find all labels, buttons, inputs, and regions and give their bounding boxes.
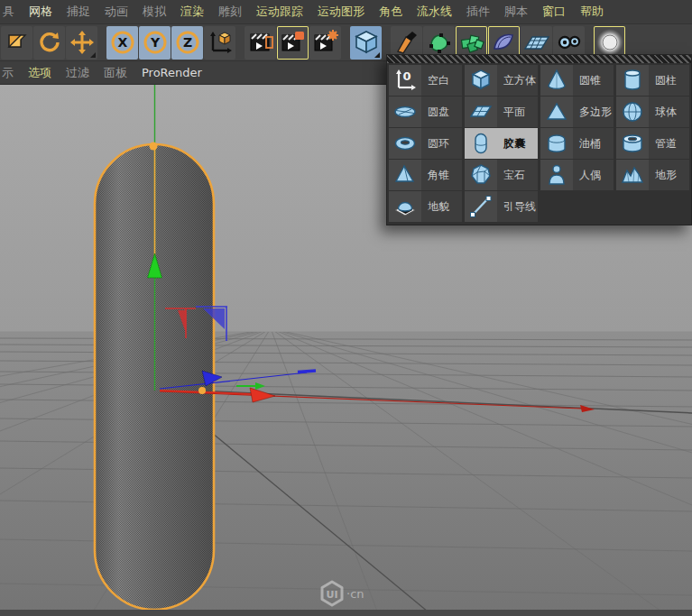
menu-item-9[interactable]: 运动图形: [317, 4, 376, 20]
primitive-item-10[interactable]: 胶囊: [465, 128, 538, 159]
primitive-item-5[interactable]: 圆盘: [389, 97, 462, 127]
menu-item-10[interactable]: 角色: [378, 4, 414, 20]
camera-rings-icon: [556, 29, 583, 56]
primitive-item-12[interactable]: 管道: [616, 128, 689, 159]
render-queue-icon: [313, 30, 338, 55]
primitive-item-18[interactable]: 引导线: [465, 191, 538, 222]
primitive-item-label: 空白: [421, 65, 462, 96]
main-menubar: 具网格捕捉动画模拟渲染雕刻运动跟踪运动图形角色流水线插件脚本窗口帮助: [0, 0, 692, 24]
gem-icon: [465, 160, 497, 190]
lock-y-button[interactable]: Y: [139, 26, 171, 60]
menu-item-14[interactable]: 窗口: [541, 4, 577, 20]
primitive-item-11[interactable]: 油桶: [540, 128, 614, 159]
primitive-item-1[interactable]: 0空白: [389, 65, 462, 96]
cube-icon: [465, 65, 497, 96]
render-view-icon: [248, 30, 273, 55]
plane-icon: [465, 97, 497, 127]
menu-item-7[interactable]: 雕刻: [217, 4, 254, 20]
pyramid-icon: [389, 160, 421, 190]
relief-icon: [389, 191, 421, 222]
menu-item-8[interactable]: 运动跟踪: [255, 4, 315, 20]
viewport-menu-item-3[interactable]: 过滤: [64, 65, 100, 81]
primitive-item-label: 油桶: [573, 128, 614, 159]
primitive-item-label: 地貌: [421, 191, 462, 222]
primitive-item-6[interactable]: 平面: [465, 97, 538, 127]
cone-icon: [540, 65, 573, 96]
primitive-item-label: 引导线: [497, 191, 538, 222]
pen-tool-icon: [394, 30, 420, 55]
capsule-top-handle[interactable]: [150, 143, 158, 151]
viewport-menu-item-1[interactable]: 示: [0, 65, 24, 81]
lock-z-icon: Z: [174, 29, 201, 56]
subdivision-surface-icon: [491, 29, 518, 56]
viewport-menu-item-5[interactable]: ProRender: [140, 66, 213, 79]
dropdown-tearoff-handle[interactable]: [387, 55, 691, 63]
render-view-button[interactable]: [245, 26, 276, 60]
coordinate-system-icon: [208, 30, 233, 55]
menu-item-6[interactable]: 渲染: [180, 4, 216, 20]
viewport-menu-item-4[interactable]: 面板: [102, 65, 138, 81]
cinema4d-window: 具网格捕捉动画模拟渲染雕刻运动跟踪运动图形角色流水线插件脚本窗口帮助 XYZ 示…: [0, 0, 692, 616]
polygon-icon: [540, 97, 573, 127]
menu-item-13[interactable]: 脚本: [503, 4, 540, 20]
menu-item-4[interactable]: 动画: [104, 4, 140, 20]
oil-tank-icon: [540, 128, 573, 159]
menu-item-15[interactable]: 帮助: [579, 4, 615, 20]
primitive-item-label: 胶囊: [497, 128, 538, 159]
move-tool-button[interactable]: [66, 26, 97, 60]
menu-item-5[interactable]: 模拟: [142, 4, 178, 20]
viewport-menu-item-2[interactable]: 选项: [26, 65, 62, 81]
lock-x-button[interactable]: X: [106, 26, 138, 60]
cylinder-icon: [616, 65, 649, 96]
volume-cubes-icon: [458, 29, 485, 56]
primitive-dropdown-menu: 0空白立方体圆锥圆柱圆盘平面多边形球体圆环胶囊油桶管道角锥宝石人偶地形地貌引导线: [386, 54, 692, 225]
primitive-item-label: 管道: [649, 128, 689, 159]
menu-item-2[interactable]: 网格: [28, 4, 64, 20]
primitive-item-17[interactable]: 地貌: [389, 191, 462, 222]
svg-text:0: 0: [402, 69, 411, 83]
menu-item-12[interactable]: 插件: [466, 4, 502, 20]
primitive-item-16[interactable]: 地形: [616, 160, 689, 190]
torus-icon: [389, 128, 421, 159]
primitive-item-14[interactable]: 宝石: [465, 160, 538, 190]
primitive-item-label: 平面: [497, 97, 538, 127]
primitive-item-15[interactable]: 人偶: [540, 160, 614, 190]
disc-icon: [389, 97, 421, 127]
menu-item-11[interactable]: 流水线: [416, 4, 464, 20]
null-axis-icon: 0: [389, 65, 421, 96]
menu-item-3[interactable]: 捕捉: [66, 4, 102, 20]
primitive-item-7[interactable]: 多边形: [540, 97, 614, 127]
spline-shape-icon: [427, 30, 452, 55]
primitive-item-label: 宝石: [497, 160, 538, 190]
rotate-tool-button[interactable]: [33, 26, 65, 60]
render-queue-button[interactable]: [309, 26, 341, 60]
lock-y-icon: Y: [142, 29, 169, 56]
render-settings-button[interactable]: [277, 26, 309, 60]
primitive-item-8[interactable]: 球体: [616, 97, 689, 127]
coordinate-system-button[interactable]: [204, 26, 235, 60]
make-editable-button[interactable]: [1, 26, 32, 60]
viewport-bottom-edge: [0, 610, 692, 616]
capsule-icon: [465, 128, 497, 159]
origin-point: [198, 387, 206, 394]
primitive-item-3[interactable]: 圆锥: [540, 65, 614, 96]
landscape-icon: [616, 160, 649, 190]
watermark-logo: UI: [326, 589, 337, 601]
floor-icon: [523, 29, 550, 56]
primitive-item-label: 角锥: [421, 160, 462, 190]
primitive-item-9[interactable]: 圆环: [389, 128, 462, 159]
primitive-item-4[interactable]: 圆柱: [616, 65, 689, 96]
move-tool-icon: [69, 30, 95, 55]
primitive-cube-button[interactable]: [350, 26, 382, 60]
primitive-cube-icon: [353, 29, 380, 56]
figure-icon: [540, 160, 573, 190]
lock-z-button[interactable]: Z: [171, 26, 203, 60]
primitive-item-2[interactable]: 立方体: [465, 65, 538, 96]
primitive-item-13[interactable]: 角锥: [389, 160, 462, 190]
primitive-item-label: 圆锥: [573, 65, 614, 96]
light-sphere-icon: [595, 28, 624, 57]
primitive-item-label: 地形: [649, 160, 689, 190]
primitive-item-label: 圆柱: [649, 65, 689, 96]
menu-item-1[interactable]: 具: [2, 4, 26, 20]
svg-text:X: X: [117, 35, 127, 50]
